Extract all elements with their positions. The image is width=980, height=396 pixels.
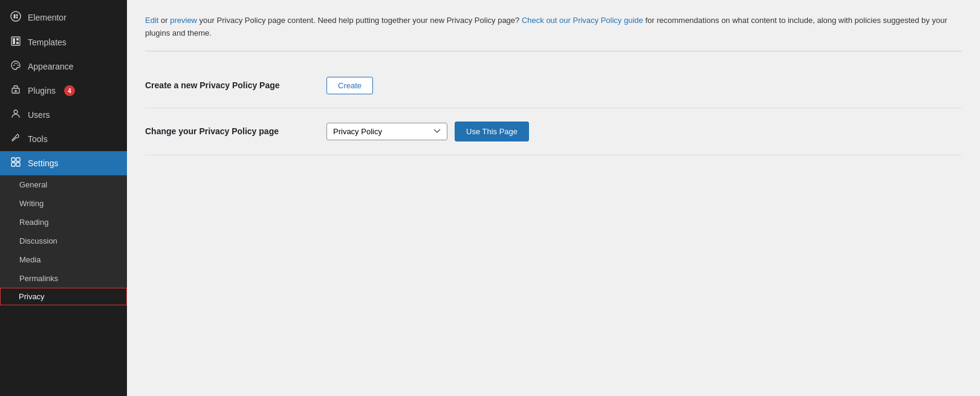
sidebar-item-label-templates: Templates	[28, 37, 67, 47]
sidebar-item-label-tools: Tools	[28, 134, 48, 144]
create-controls: Create	[326, 77, 373, 94]
info-middle-text: your Privacy Policy page content. Need h…	[197, 16, 522, 25]
plugins-icon	[10, 85, 22, 97]
svg-point-9	[15, 63, 16, 64]
appearance-icon	[10, 60, 22, 73]
settings-submenu: General Writing Reading Discussion Media…	[0, 175, 127, 305]
svg-rect-2	[16, 15, 18, 16]
submenu-privacy[interactable]: Privacy	[0, 288, 127, 305]
svg-rect-17	[16, 163, 20, 166]
submenu-writing[interactable]: Writing	[0, 194, 127, 213]
change-label: Change your Privacy Policy page	[145, 126, 314, 136]
plugins-badge: 4	[64, 85, 75, 96]
sidebar-item-label-elementor: Elementor	[28, 13, 67, 22]
change-policy-row: Change your Privacy Policy page Privacy …	[145, 108, 962, 155]
info-block: Edit or preview your Privacy Policy page…	[145, 15, 962, 51]
users-icon	[10, 109, 22, 121]
guide-link[interactable]: Check out our Privacy Policy guide	[522, 16, 643, 25]
svg-rect-14	[11, 158, 15, 161]
svg-rect-16	[11, 163, 15, 166]
sidebar-item-label-settings: Settings	[28, 158, 59, 168]
submenu-general[interactable]: General	[0, 175, 127, 194]
arrow-icon: ◀	[112, 159, 117, 167]
sidebar-item-settings[interactable]: Settings ◀	[0, 151, 127, 175]
sidebar-item-label-users: Users	[28, 110, 50, 120]
policy-page-select[interactable]: Privacy Policy Home About Contact Blog	[326, 123, 447, 140]
svg-rect-7	[16, 42, 19, 44]
main-content: Edit or preview your Privacy Policy page…	[127, 0, 980, 396]
sidebar-item-appearance[interactable]: Appearance	[0, 54, 127, 79]
sidebar-item-elementor[interactable]: Elementor	[0, 5, 127, 30]
sidebar-item-users[interactable]: Users	[0, 103, 127, 127]
sidebar-item-plugins[interactable]: Plugins 4	[0, 79, 127, 103]
sidebar: Elementor Templates	[0, 0, 127, 396]
svg-point-10	[16, 63, 18, 64]
svg-point-13	[14, 110, 18, 114]
change-controls: Privacy Policy Home About Contact Blog U…	[326, 122, 529, 141]
svg-rect-3	[16, 17, 18, 19]
sidebar-item-tools[interactable]: Tools	[0, 127, 127, 151]
create-label: Create a new Privacy Policy Page	[145, 80, 314, 90]
sidebar-item-label-appearance: Appearance	[28, 62, 74, 71]
submenu-reading[interactable]: Reading	[0, 213, 127, 232]
submenu-permalinks[interactable]: Permalinks	[0, 269, 127, 288]
sidebar-top-items: Elementor Templates	[0, 0, 127, 305]
svg-point-8	[13, 65, 15, 66]
svg-rect-6	[16, 38, 19, 41]
tools-icon	[10, 133, 22, 145]
sidebar-item-label-plugins: Plugins	[28, 86, 56, 96]
edit-link[interactable]: Edit	[145, 16, 158, 25]
info-or: or	[158, 16, 170, 25]
svg-point-11	[18, 65, 19, 66]
svg-rect-15	[16, 158, 20, 161]
create-button[interactable]: Create	[326, 77, 373, 94]
svg-point-0	[11, 11, 21, 21]
sidebar-item-templates[interactable]: Templates	[0, 30, 127, 54]
preview-link[interactable]: preview	[170, 16, 197, 25]
settings-icon	[10, 157, 22, 169]
elementor-icon	[10, 11, 22, 24]
svg-rect-5	[13, 38, 15, 44]
use-this-page-button[interactable]: Use This Page	[455, 122, 529, 141]
svg-rect-1	[14, 15, 16, 19]
submenu-discussion[interactable]: Discussion	[0, 232, 127, 250]
submenu-media[interactable]: Media	[0, 250, 127, 269]
templates-icon	[10, 36, 22, 48]
create-policy-row: Create a new Privacy Policy Page Create	[145, 63, 962, 108]
